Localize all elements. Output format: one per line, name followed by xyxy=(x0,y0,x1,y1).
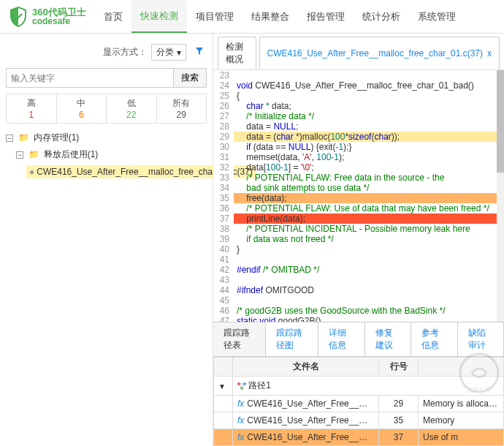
code-line: 25{ xyxy=(213,91,504,101)
line-number: 27 xyxy=(213,111,234,121)
line-number: 35 xyxy=(213,193,234,203)
line-number: 33 xyxy=(213,173,234,183)
code-line: 31 memset(data, 'A', 100-1); xyxy=(213,152,504,162)
trace-panel: 文件名行号 ▼ 路径1fxCWE416_Use_After_Free__mall… xyxy=(213,357,504,446)
trace-row[interactable]: fxCWE416_Use_After_Free__malloc_fre...29… xyxy=(214,396,504,412)
tab-file[interactable]: CWE416_Use_After_Free__malloc_free_char_… xyxy=(259,37,500,69)
bottom-tab-2[interactable]: 详细信息 xyxy=(318,322,364,356)
code-line: 36 /* POTENTIAL FLAW: Use of data that m… xyxy=(213,203,504,213)
stat-cell[interactable]: 高1 xyxy=(7,94,57,123)
line-number: 25 xyxy=(213,91,234,101)
nav-item-1[interactable]: 快速检测 xyxy=(131,0,187,33)
tab-overview[interactable]: 检测概况 xyxy=(218,37,256,69)
bottom-tabs: 跟踪路径表跟踪路径图详细信息修复建议参考信息缺陷审计 xyxy=(213,322,504,357)
line-number: 36 xyxy=(213,203,234,213)
tree-toggle-icon[interactable]: − xyxy=(16,151,23,159)
line-number: 46 xyxy=(213,306,234,316)
bottom-tab-1[interactable]: 跟踪路径图 xyxy=(266,322,318,356)
header: 360代码卫士 codesafe 首页快速检测项目管理结果整合报告管理统计分析系… xyxy=(0,0,504,34)
search-input[interactable] xyxy=(6,68,173,88)
table-header xyxy=(214,358,233,377)
line-number: 47 xyxy=(213,316,234,322)
folder-icon: 📁 xyxy=(18,132,29,143)
line-number: 37 xyxy=(213,213,234,224)
tree-toggle-icon[interactable]: − xyxy=(6,135,13,142)
trace-table: 文件名行号 ▼ 路径1fxCWE416_Use_After_Free__mall… xyxy=(213,357,504,446)
folder-icon: 📁 xyxy=(28,149,39,159)
line-number: 43 xyxy=(213,275,234,285)
nav-bar: 首页快速检测项目管理结果整合报告管理统计分析系统管理 xyxy=(95,0,465,33)
path-icon xyxy=(237,380,246,390)
display-mode-select[interactable]: 分类 ▾ xyxy=(151,44,186,61)
tree-child[interactable]: 释放后使用(1) xyxy=(44,149,99,159)
fx-icon: fx xyxy=(237,415,244,426)
code-line: 26 char * data; xyxy=(213,101,504,111)
nav-item-2[interactable]: 项目管理 xyxy=(187,0,243,33)
defect-tree: − 📁 内存管理(1) − 📁 释放后使用(1) ●CWE416_Use_Aft… xyxy=(6,129,207,181)
nav-item-5[interactable]: 统计分析 xyxy=(354,0,409,33)
code-line: 23 xyxy=(213,70,504,80)
line-number: 30 xyxy=(213,142,234,152)
line-number: 38 xyxy=(213,224,234,234)
bottom-tab-4[interactable]: 参考信息 xyxy=(411,322,457,356)
search-button[interactable]: 搜索 xyxy=(173,68,207,88)
line-number: 24 xyxy=(213,80,234,91)
logo: 360代码卫士 codesafe xyxy=(0,6,95,28)
line-number: 29 xyxy=(213,132,234,142)
filter-icon[interactable] xyxy=(195,47,204,58)
fx-icon: fx xyxy=(237,398,244,409)
shield-icon xyxy=(9,6,28,28)
nav-item-3[interactable]: 结果整合 xyxy=(243,0,298,33)
code-line: 33 /* POTENTIAL FLAW: Free data in the s… xyxy=(213,173,504,183)
severity-stats: 高1中6低22所有29 xyxy=(6,94,207,124)
line-number: 40 xyxy=(213,244,234,254)
stat-cell[interactable]: 低22 xyxy=(107,94,157,123)
code-editor[interactable]: 2324void CWE416_Use_After_Free__malloc_f… xyxy=(213,70,504,322)
code-line: 29 data = (char *)malloc(100*sizeof(char… xyxy=(213,132,504,142)
code-line: 41 xyxy=(213,254,504,265)
caret-down-icon: ▼ xyxy=(218,382,226,390)
line-number: 26 xyxy=(213,101,234,111)
nav-item-6[interactable]: 系统管理 xyxy=(409,0,465,33)
code-line: 43 xyxy=(213,275,504,285)
dot-icon: ● xyxy=(29,167,34,177)
right-panel: 检测概况 CWE416_Use_After_Free__malloc_free_… xyxy=(213,34,504,446)
code-line: 35 free(data); xyxy=(213,193,504,203)
close-icon[interactable]: x xyxy=(487,48,492,58)
trace-path-row[interactable]: ▼ 路径1 xyxy=(214,377,504,396)
line-number: 28 xyxy=(213,121,234,132)
line-number: 32 xyxy=(213,162,234,173)
trace-row[interactable]: fxCWE416_Use_After_Free__malloc_fre...35… xyxy=(214,412,504,429)
stat-cell[interactable]: 所有29 xyxy=(157,94,207,123)
table-header: 文件名 xyxy=(233,358,379,377)
line-number: 41 xyxy=(213,254,234,265)
code-line: 42#endif /* OMITBAD */ xyxy=(213,265,504,275)
code-line: 46/* goodG2B uses the GoodSource with th… xyxy=(213,306,504,316)
table-header xyxy=(419,358,504,377)
display-mode-label: 显示方式： xyxy=(103,46,147,58)
bottom-tab-3[interactable]: 修复建议 xyxy=(365,322,411,356)
code-line: 24void CWE416_Use_After_Free__malloc_fre… xyxy=(213,80,504,91)
code-line: 39 if data was not freed */ xyxy=(213,234,504,244)
line-number: 39 xyxy=(213,234,234,244)
line-number: 44 xyxy=(213,285,234,295)
nav-item-4[interactable]: 报告管理 xyxy=(298,0,354,33)
code-line: 37 printLine(data); xyxy=(213,213,504,224)
file-tabs: 检测概况 CWE416_Use_After_Free__malloc_free_… xyxy=(213,34,504,70)
tree-root[interactable]: 内存管理(1) xyxy=(34,132,80,143)
bottom-tab-0[interactable]: 跟踪路径表 xyxy=(213,322,266,356)
code-line: 30 if (data == NULL) {exit(-1);} xyxy=(213,142,504,152)
code-line: 32 data[100-1] = '\0'; xyxy=(213,162,504,173)
code-line: 28 data = NULL; xyxy=(213,121,504,132)
line-number: 45 xyxy=(213,295,234,306)
stat-cell[interactable]: 中6 xyxy=(57,94,107,123)
code-line: 40} xyxy=(213,244,504,254)
trace-row[interactable]: fxCWE416_Use_After_Free__malloc_fre...37… xyxy=(214,429,504,446)
chevron-down-icon: ▾ xyxy=(177,48,181,58)
bottom-tab-5[interactable]: 缺陷审计 xyxy=(458,322,504,356)
code-line: 27 /* Initialize data */ xyxy=(213,111,504,121)
line-number: 23 xyxy=(213,70,234,80)
code-line: 34 bad sink attempts to use data */ xyxy=(213,183,504,193)
code-line: 45 xyxy=(213,295,504,306)
nav-item-0[interactable]: 首页 xyxy=(95,0,131,33)
